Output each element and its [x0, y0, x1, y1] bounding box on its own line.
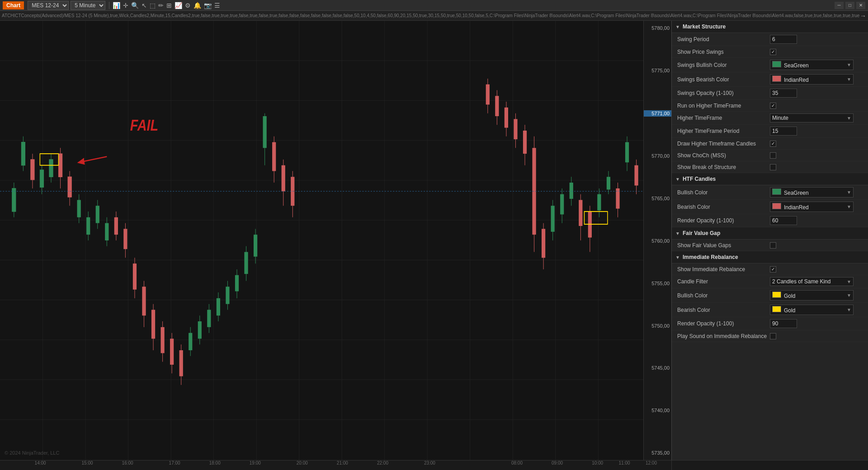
time-1700: 17:00: [169, 461, 180, 465]
checkbox-run-on-htf[interactable]: [770, 103, 776, 109]
htf-bearish-color-name: IndianRed: [784, 204, 809, 211]
strategy-icon[interactable]: ⚙: [185, 2, 191, 9]
svg-rect-113: [607, 177, 610, 189]
close-button[interactable]: ✕: [856, 2, 865, 9]
svg-rect-69: [217, 298, 220, 315]
indicator-icon[interactable]: 📈: [175, 2, 182, 9]
svg-rect-59: [170, 338, 174, 365]
value-htf-bearish-color: IndianRed ▼: [770, 202, 863, 212]
params-bar: ATCHICTConcepts(Advanced)/MES 12-24 (5 M…: [0, 11, 868, 21]
svg-rect-119: [634, 165, 638, 186]
checkbox-show-fvg[interactable]: [770, 242, 776, 249]
row-htf-bearish-color: Bearish Color IndianRed ▼: [672, 200, 868, 214]
checkbox-show-choch[interactable]: [770, 152, 776, 159]
chart-canvas: FAIL: [0, 21, 643, 460]
row-htf-bullish-color: Bullish Color SeaGreen ▼: [672, 185, 868, 200]
htf-value: Minute: [772, 115, 788, 121]
value-swing-period: [770, 35, 863, 44]
svg-rect-111: [597, 194, 601, 211]
price-5770: 5770,00: [644, 153, 671, 159]
bar-chart-icon[interactable]: 📊: [113, 2, 120, 9]
input-htf-period[interactable]: [770, 127, 797, 136]
value-higher-timeframe: Minute ▼: [770, 113, 863, 122]
section-label-market-structure: Market Structure: [683, 24, 726, 30]
symbol-dropdown[interactable]: MES 12-24: [28, 1, 69, 10]
input-swings-opacity[interactable]: [770, 89, 797, 98]
dropdown-higher-timeframe[interactable]: Minute ▼: [770, 113, 854, 122]
section-fair-value-gap[interactable]: ▼ Fair Value Gap: [672, 227, 868, 240]
row-swings-opacity: Swings Opacity (1-100): [672, 87, 868, 100]
row-swing-period: Swing Period: [672, 33, 868, 46]
crosshair-icon[interactable]: ✛: [123, 2, 128, 9]
dropdown-imm-bearish-color[interactable]: Gold ▼: [770, 305, 854, 315]
svg-rect-53: [142, 287, 146, 315]
dropdown-htf-bullish-color[interactable]: SeaGreen ▼: [770, 187, 854, 197]
chevron-down-icon-7: ▼: [847, 293, 851, 298]
color-swatch-bearish: [772, 75, 781, 82]
label-swings-bearish-color: Swings Bearish Color: [677, 76, 770, 83]
chart-area[interactable]: FAIL © 2024 NinjaTrader, LLC 5780,00 577…: [0, 21, 671, 460]
checkbox-show-price-swings[interactable]: [770, 49, 776, 55]
color-swatch-imm-bullish: [772, 291, 781, 298]
camera-icon[interactable]: 📷: [204, 2, 212, 9]
svg-rect-99: [542, 229, 545, 258]
svg-rect-47: [114, 217, 118, 235]
dropdown-imm-bullish-color[interactable]: Gold ▼: [770, 290, 854, 301]
value-swings-bullish-color: SeaGreen ▼: [770, 60, 863, 70]
input-htf-render-opacity[interactable]: [770, 216, 797, 225]
time-1000: 10:00: [592, 461, 603, 465]
checkbox-show-imm-rebalance[interactable]: [770, 266, 776, 273]
select-icon[interactable]: ⬚: [150, 2, 156, 9]
template-icon[interactable]: ⊞: [166, 2, 172, 9]
row-imm-bearish-color: Bearish Color Gold ▼: [672, 303, 868, 317]
input-swing-period[interactable]: [770, 35, 797, 44]
imm-bullish-color-name: Gold: [784, 293, 795, 299]
pointer-icon[interactable]: ↖: [142, 2, 147, 9]
row-imm-bullish-color: Bullish Color Gold ▼: [672, 288, 868, 303]
checkbox-play-sound[interactable]: [770, 333, 776, 339]
imm-bearish-color-name: Gold: [784, 307, 795, 314]
price-5750: 5750,00: [644, 323, 671, 329]
magnify-icon[interactable]: 🔍: [131, 2, 139, 9]
svg-rect-101: [551, 206, 555, 232]
input-imm-render-opacity[interactable]: [770, 319, 797, 328]
minimize-button[interactable]: ─: [835, 2, 844, 9]
value-imm-bullish-color: Gold ▼: [770, 290, 863, 301]
chevron-down-icon-2: ▼: [847, 77, 851, 82]
value-show-imm-rebalance: [770, 266, 863, 273]
dropdown-htf-bearish-color[interactable]: IndianRed ▼: [770, 202, 854, 212]
time-1800: 18:00: [209, 461, 221, 465]
time-axis: 14:00 15:00 16:00 17:00 18:00 19:00 20:0…: [0, 461, 671, 470]
dropdown-swings-bullish-color[interactable]: SeaGreen ▼: [770, 60, 854, 70]
value-candle-filter: 2 Candles of Same Kind ▼: [770, 277, 863, 286]
svg-text:FAIL: FAIL: [130, 116, 158, 134]
label-imm-bearish-color: Bearish Color: [677, 307, 770, 313]
params-arrow[interactable]: →: [860, 12, 866, 19]
draw-icon[interactable]: ✏: [158, 2, 164, 9]
price-5755: 5755,00: [644, 281, 671, 286]
row-draw-htf-candles: Draw Higher Timeframe Candles: [672, 138, 868, 150]
row-run-on-htf: Run on Higher TimeFrame: [672, 100, 868, 112]
section-immediate-rebalance[interactable]: ▼ Immediate Rebalance: [672, 251, 868, 263]
chart-button[interactable]: Chart: [3, 1, 24, 9]
dropdown-candle-filter[interactable]: 2 Candles of Same Kind ▼: [770, 277, 854, 286]
section-htf-candles[interactable]: ▼ HTF Candles: [672, 173, 868, 185]
checkbox-show-bos[interactable]: [770, 164, 776, 170]
svg-rect-55: [151, 310, 155, 338]
row-show-bos: Show Break of Structure: [672, 161, 868, 173]
svg-rect-67: [207, 310, 211, 327]
time-0900: 09:00: [552, 461, 563, 465]
section-market-structure[interactable]: ▼ Market Structure: [672, 21, 868, 33]
color-swatch-bullish: [772, 61, 781, 67]
svg-rect-71: [226, 287, 229, 304]
maximize-button[interactable]: □: [845, 2, 854, 9]
menu-icon[interactable]: ☰: [214, 2, 220, 9]
timeframe-dropdown[interactable]: 5 Minute: [71, 1, 105, 10]
copyright-watermark: © 2024 NinjaTrader, LLC: [5, 450, 59, 456]
value-show-bos: [770, 164, 863, 170]
chevron-down-icon-8: ▼: [847, 307, 851, 312]
dropdown-swings-bearish-color[interactable]: IndianRed ▼: [770, 74, 854, 85]
checkbox-draw-htf-candles[interactable]: [770, 141, 776, 147]
alert-icon[interactable]: 🔔: [193, 2, 201, 9]
row-candle-filter: Candle Filter 2 Candles of Same Kind ▼: [672, 275, 868, 288]
